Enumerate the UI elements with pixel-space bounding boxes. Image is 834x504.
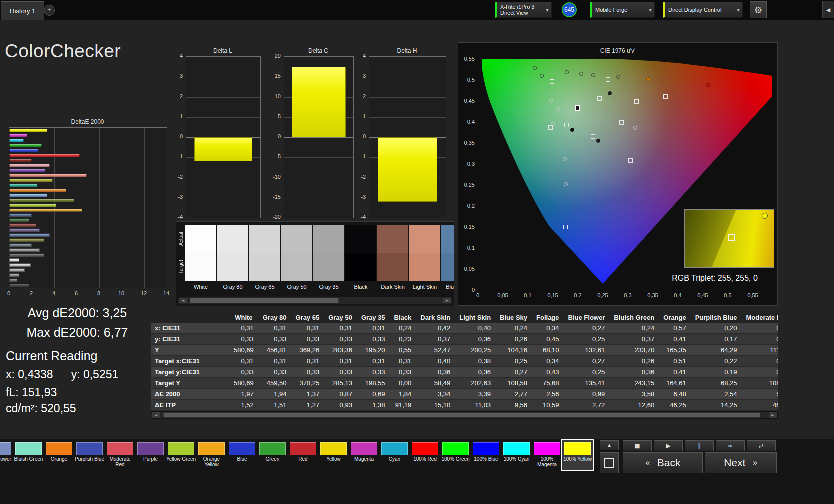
cie-y-tick: 0,15: [459, 224, 475, 230]
patch-color: [442, 442, 469, 456]
patch-cyan[interactable]: Cyan: [380, 440, 410, 470]
settings-gear-button[interactable]: ⚙: [750, 2, 767, 18]
scroll-right-icon[interactable]: ►: [768, 412, 778, 418]
table-scroll-thumb[interactable]: [164, 412, 760, 418]
cie-target-marker: [634, 100, 639, 104]
swatch-blue-sky[interactable]: Blue Sky: [442, 226, 454, 290]
deltae-bar: [10, 264, 31, 267]
patch-100-red[interactable]: 100% Red: [410, 440, 440, 470]
swatch-light-skin[interactable]: Light Skin: [410, 226, 440, 290]
scroll-left-icon[interactable]: ◄: [178, 298, 188, 304]
table-cell: 5,47: [742, 389, 778, 400]
table-cell: 0,33: [357, 334, 390, 345]
max-de2000: Max dE2000: 6,77: [0, 326, 155, 340]
patch-orange[interactable]: Orange: [44, 440, 74, 470]
gridline: [284, 138, 354, 138]
patch-100-yellow[interactable]: 100% Yellow: [562, 440, 593, 470]
row-label: y: CIE31: [151, 334, 230, 345]
patch-red[interactable]: Red: [288, 440, 318, 470]
table-cell: 0,42: [416, 323, 455, 334]
patch-purplish-blue[interactable]: Purplish Blue: [74, 440, 105, 470]
t-label: 15: [267, 73, 281, 79]
deltae-plot: [9, 128, 168, 288]
swatch-gray-50[interactable]: Gray 50: [282, 226, 312, 290]
delta-h-plot: [369, 56, 446, 218]
swatch-actual: [346, 226, 376, 254]
swatch-dark-skin[interactable]: Dark Skin: [378, 226, 408, 290]
cie-actual-marker: [570, 128, 574, 132]
patch-label: 100% Green: [440, 456, 471, 462]
table-cell: 11,03: [455, 400, 496, 411]
table-row: Target Y580,69459,50370,25285,13198,550,…: [151, 378, 778, 389]
patch-orange-yellow[interactable]: Orange Yellow: [196, 440, 227, 470]
patch-label: Blue: [227, 456, 258, 462]
current-reading-xy: x: 0,4338 y: 0,5251: [6, 368, 118, 382]
patch-yellow-green[interactable]: Yellow Green: [166, 440, 196, 470]
cie-y-tick: 0,45: [459, 98, 475, 104]
swatch-actual: [442, 226, 454, 254]
swatch-white[interactable]: White: [186, 226, 216, 290]
loop-button[interactable]: ⇄: [747, 440, 776, 452]
table-cell: 0,31: [357, 323, 390, 334]
scroll-right-icon[interactable]: ►: [443, 298, 452, 304]
swatch-scrollbar[interactable]: ◄ ►: [178, 297, 452, 304]
tab-history-1[interactable]: History 1: [1, 2, 44, 20]
swatch-target: [250, 254, 280, 282]
cie-actual-marker: [616, 75, 620, 79]
swatch-scroll-thumb[interactable]: [190, 298, 339, 304]
continuous-button[interactable]: ∞: [716, 440, 745, 452]
cie-target-marker: [568, 84, 572, 88]
patch-color: [473, 442, 500, 456]
display-control-selector[interactable]: Direct Display Control ▾: [663, 2, 743, 18]
cie-y-tick: 0,4: [459, 119, 475, 125]
patch-magenta[interactable]: Magenta: [349, 440, 380, 470]
t-label: 2: [169, 94, 183, 100]
table-cell: 1,38: [357, 400, 390, 411]
patch-purple[interactable]: Purple: [136, 440, 166, 470]
table-cell: 2,56: [532, 389, 564, 400]
swatch-black[interactable]: Black: [346, 226, 376, 290]
scroll-up-button[interactable]: ▲: [600, 440, 619, 450]
column-header-foliage: Foliage: [532, 312, 564, 323]
next-button[interactable]: Next »: [705, 452, 777, 474]
swatch-gray-35[interactable]: Gray 35: [314, 226, 344, 290]
patch-100-cyan[interactable]: 100% Cyan: [502, 440, 532, 470]
play-button[interactable]: ▶: [654, 440, 683, 452]
patch-yellow[interactable]: Yellow: [318, 440, 349, 470]
swatch-gray-80[interactable]: Gray 80: [218, 226, 248, 290]
patch-moderate-red[interactable]: Moderate Red: [105, 440, 136, 470]
column-header-light-skin: Light Skin: [455, 312, 496, 323]
back-button[interactable]: « Back: [623, 452, 703, 474]
patch-blue-flower[interactable]: Blue Flower: [0, 440, 14, 470]
patch-blue[interactable]: Blue: [227, 440, 258, 470]
table-scrollbar[interactable]: ◄ ►: [151, 412, 778, 419]
patch-green[interactable]: Green: [258, 440, 288, 470]
swatch-gray-65[interactable]: Gray 65: [250, 226, 280, 290]
patch-100-magenta[interactable]: 100% Magenta: [532, 440, 562, 470]
patch-color: [351, 442, 378, 456]
table-scroll-track[interactable]: [160, 412, 768, 418]
t-label: 20: [267, 53, 281, 59]
patch-100-blue[interactable]: 100% Blue: [471, 440, 502, 470]
cie-x-tick: 0,45: [695, 292, 711, 298]
pause-button[interactable]: ∥: [685, 440, 714, 452]
cie-target-marker: [664, 94, 668, 99]
meter-selector[interactable]: X-Rite i1Pro 3 Direct View ▾: [495, 2, 552, 18]
source-selector[interactable]: Mobile Forge ▾: [590, 2, 655, 18]
scroll-left-icon[interactable]: ◄: [152, 412, 160, 418]
swatch-actual: [378, 226, 408, 254]
display-window-button[interactable]: [600, 452, 619, 474]
patch-color: [229, 442, 256, 456]
add-tab-button[interactable]: +: [44, 5, 55, 16]
patch-100-green[interactable]: 100% Green: [440, 440, 471, 470]
cie-actual-marker: [551, 122, 555, 126]
collapse-arrow-button[interactable]: ◀: [822, 2, 834, 18]
table-row: Target y:CIE310,330,330,330,330,330,330,…: [151, 367, 778, 378]
cie-y-tick: 0,35: [459, 140, 475, 146]
cie-actual-marker: [540, 74, 544, 78]
table-cell: 0,23: [390, 334, 416, 345]
patch-label: Red: [288, 456, 318, 462]
patch-bluish-green[interactable]: Bluish Green: [14, 440, 44, 470]
swatch-scroll-track[interactable]: [188, 298, 443, 304]
stop-button[interactable]: ■: [623, 440, 652, 452]
